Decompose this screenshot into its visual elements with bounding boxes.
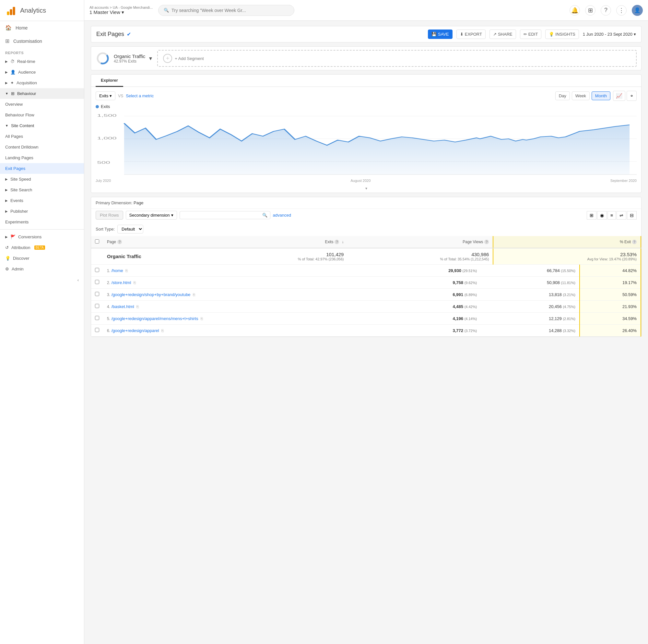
line-chart-button[interactable]: 📈	[613, 91, 625, 101]
scatter-chart-button[interactable]: ⚬	[627, 91, 637, 101]
page-info-icon[interactable]: ?	[117, 240, 122, 244]
sidebar-item-publisher[interactable]: ▶ Publisher	[0, 206, 84, 216]
select-all-checkbox[interactable]	[95, 239, 99, 244]
row-checkbox[interactable]	[95, 316, 99, 320]
sidebar-item-conversions[interactable]: ▶ 🚩 Conversions	[0, 232, 84, 242]
help-button[interactable]: ?	[601, 5, 611, 15]
row-checkbox[interactable]	[95, 304, 99, 308]
sort-select[interactable]: Default	[117, 225, 143, 234]
sidebar-item-behaviour-flow[interactable]: Behaviour Flow	[0, 110, 84, 120]
notifications-button[interactable]: 🔔	[570, 5, 580, 15]
sidebar-item-attribution[interactable]: ↺ Attribution BETA	[0, 242, 84, 253]
collapse-sidebar-button[interactable]: ‹	[0, 274, 84, 286]
sidebar-item-realtime[interactable]: ▶ ⏱ Real-time	[0, 56, 84, 67]
select-metric-link[interactable]: Select a metric	[126, 93, 154, 98]
th-pageviews: Page Views ?	[347, 236, 493, 248]
apps-button[interactable]: ⊞	[585, 5, 595, 15]
sidebar-item-audience[interactable]: ▶ 👤 Audience	[0, 67, 84, 78]
sidebar-item-site-content[interactable]: ▼ Site Content	[0, 120, 84, 131]
summary-exits-cell: 101,429 % of Total: 42.97% (236,056)	[211, 248, 348, 264]
svg-marker-12	[124, 123, 630, 175]
sidebar: Analytics 🏠 Home ⊞ Customisation REPORTS…	[0, 0, 84, 644]
share-button[interactable]: ↗ SHARE	[489, 30, 516, 39]
row-pageviews-cell: 66,784 (15.50%)	[481, 264, 580, 277]
sidebar-item-content-drilldown[interactable]: Content Drilldown	[0, 142, 84, 152]
page-link[interactable]: /google+redesign/apparel/mens/mens+t+shi…	[111, 316, 198, 321]
copy-icon[interactable]: ⎘	[201, 316, 203, 321]
sort-arrow-icon: ↓	[342, 240, 343, 244]
add-segment-button[interactable]: + + Add Segment	[157, 50, 637, 67]
row-checkbox[interactable]	[95, 268, 99, 272]
sidebar-item-experiments[interactable]: Experiments	[0, 216, 84, 227]
pie-view-button[interactable]: ◉	[597, 211, 607, 219]
page-link[interactable]: /google+redesign/apparel	[111, 328, 159, 333]
page-link[interactable]: /store.html	[111, 280, 131, 285]
nav-customisation[interactable]: ⊞ Customisation	[0, 34, 84, 48]
row-page-cell: 3. /google+redesign/shop+by+brand/youtub…	[103, 289, 383, 301]
row-checkbox-cell	[91, 277, 103, 289]
week-button[interactable]: Week	[572, 91, 590, 100]
copy-icon[interactable]: ⎘	[193, 293, 195, 297]
page-link[interactable]: /basket.html	[111, 304, 134, 309]
copy-icon[interactable]: ⎘	[137, 304, 139, 309]
xaxis-jul: July 2020	[96, 179, 111, 183]
exits-info-icon[interactable]: ?	[334, 240, 339, 244]
pct-exit-info-icon[interactable]: ?	[632, 240, 637, 244]
sidebar-item-acquisition[interactable]: ▶ ✦ Acquisition	[0, 78, 84, 88]
month-button[interactable]: Month	[592, 91, 610, 100]
export-button[interactable]: ⬇ EXPORT	[456, 30, 486, 39]
customisation-icon: ⊞	[5, 38, 9, 44]
sidebar-item-exit-pages[interactable]: Exit Pages	[0, 163, 84, 174]
sidebar-item-events[interactable]: ▶ Events	[0, 195, 84, 206]
exits-metric-button[interactable]: Exits ▾	[96, 91, 115, 100]
table-row: 5. /google+redesign/apparel/mens/mens+t+…	[91, 312, 641, 325]
day-button[interactable]: Day	[555, 91, 570, 100]
copy-icon[interactable]: ⎘	[125, 268, 128, 273]
list-view-button[interactable]: ≡	[607, 211, 616, 219]
table-search-input[interactable]	[182, 213, 261, 217]
table-search-box[interactable]: 🔍	[179, 211, 270, 219]
edit-button[interactable]: ✏ EDIT	[520, 30, 542, 39]
sidebar-item-overview[interactable]: Overview	[0, 99, 84, 110]
secondary-dimension-button[interactable]: Secondary dimension ▾	[126, 211, 177, 219]
table-row: 3. /google+redesign/shop+by+brand/youtub…	[91, 289, 641, 301]
user-avatar[interactable]: 👤	[632, 5, 643, 16]
sidebar-item-landing-pages[interactable]: Landing Pages	[0, 152, 84, 163]
search-icon: 🔍	[164, 8, 169, 13]
summary-label-cell: Organic Traffic	[103, 248, 211, 264]
dropdown-arrow-icon: ▾	[121, 9, 124, 15]
row-pct-exit-cell: 26.40%	[580, 325, 641, 337]
more-options-button[interactable]: ⋮	[616, 5, 627, 15]
xaxis-aug: August 2020	[350, 179, 371, 183]
sidebar-item-all-pages[interactable]: All Pages	[0, 131, 84, 142]
tab-explorer[interactable]: Explorer	[96, 75, 123, 87]
grid-view-button[interactable]: ⊞	[587, 211, 596, 219]
copy-icon[interactable]: ⎘	[161, 329, 164, 333]
save-button[interactable]: 💾 SAVE	[428, 30, 452, 39]
pivot-view-button[interactable]: ⊟	[627, 211, 637, 219]
sidebar-item-admin[interactable]: ⚙ Admin	[0, 264, 84, 274]
row-checkbox[interactable]	[95, 328, 99, 332]
segment-dropdown-icon[interactable]: ▾	[149, 55, 152, 62]
account-selector[interactable]: 1 Master View ▾	[90, 9, 154, 15]
search-bar[interactable]: 🔍	[158, 5, 294, 16]
insights-button[interactable]: 💡 INSIGHTS	[545, 30, 579, 39]
segment-card: Organic Traffic 42.97% Exits ▾	[96, 51, 152, 65]
copy-icon[interactable]: ⎘	[133, 281, 136, 285]
date-range-selector[interactable]: 1 Jun 2020 - 23 Sept 2020 ▾	[583, 32, 636, 37]
advanced-link[interactable]: advanced	[273, 213, 291, 217]
sidebar-item-site-search[interactable]: ▶ Site Search	[0, 185, 84, 195]
row-checkbox[interactable]	[95, 292, 99, 296]
sidebar-item-behaviour[interactable]: ▼ ⊞ Behaviour	[0, 88, 84, 99]
sidebar-item-site-speed[interactable]: ▶ Site Speed	[0, 174, 84, 185]
page-link[interactable]: /home	[111, 268, 123, 273]
search-input[interactable]	[171, 8, 289, 13]
sidebar-item-discover[interactable]: 💡 Discover	[0, 253, 84, 264]
nav-home[interactable]: 🏠 Home	[0, 21, 84, 34]
pageviews-info-icon[interactable]: ?	[484, 240, 489, 244]
row-checkbox[interactable]	[95, 280, 99, 284]
compare-view-button[interactable]: ⇌	[616, 211, 626, 219]
chart-scroll-icon[interactable]: ▾	[365, 186, 367, 191]
reports-label: REPORTS	[0, 48, 84, 56]
page-link[interactable]: /google+redesign/shop+by+brand/youtube	[111, 292, 191, 297]
